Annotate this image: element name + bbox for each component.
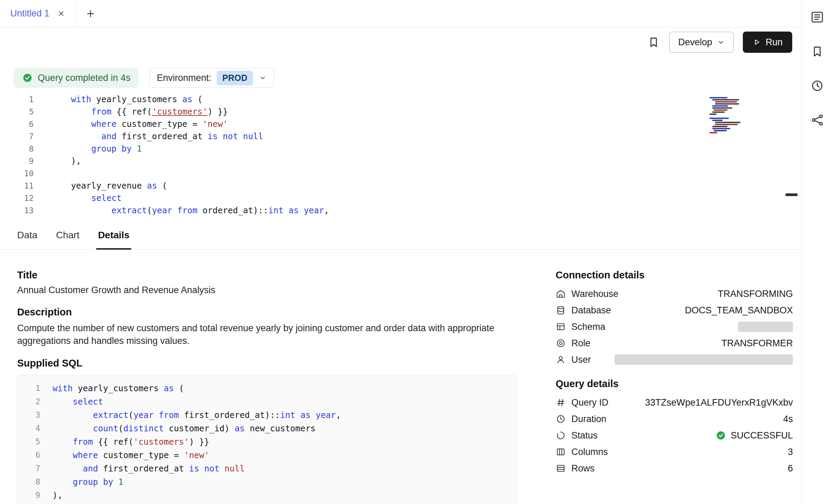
code-line[interactable]: 9), [0,155,802,167]
code-line[interactable]: 5 from {{ ref('customers') }} [0,106,802,118]
run-button[interactable]: Run [743,32,792,53]
code-line: 7 and first_ordered_at is not null [17,462,517,475]
detail-row: Rows6 [556,460,793,477]
right-icon-rail [802,0,832,504]
spinner-icon [556,430,566,441]
history-button[interactable] [810,79,824,93]
code-line: 10 [17,502,517,504]
detail-row: DatabaseDOCS_TEAM_SANDBOX [556,302,793,319]
line-number: 9 [0,155,34,167]
code-text: extract(year from first_ordered_at)::int… [40,408,341,422]
clock-icon [810,79,824,93]
supplied-sql-heading: Supplied SQL [17,358,528,369]
code-text: where customer_type = 'new' [34,118,228,130]
line-number: 7 [17,462,40,475]
ref-link[interactable]: 'customers' [152,107,207,117]
bookmarks-button[interactable] [810,45,824,58]
code-line[interactable]: 10 [0,167,802,180]
rows-icon [556,463,566,473]
toolbar: Develop Run [0,27,802,57]
query-list-button[interactable] [810,10,824,24]
chevron-down-icon [259,74,267,82]
close-icon [57,9,66,18]
code-text: yearly_revenue as ( [34,180,167,192]
code-line[interactable]: 7 and first_ordered_at is not null [0,130,802,143]
line-number: 5 [0,106,34,118]
code-line[interactable]: 13 extract(year from ordered_at)::int as… [0,204,802,217]
environment-label: Environment: [157,73,211,83]
tab-details[interactable]: Details [98,221,130,249]
tab-chart[interactable]: Chart [56,221,79,249]
lineage-button[interactable] [810,113,824,127]
line-number: 2 [17,395,40,408]
code-line[interactable]: 6 where customer_type = 'new' [0,118,802,130]
file-tab-title: Untitled 1 [10,8,49,19]
line-number: 8 [0,143,34,155]
plus-icon [85,9,96,19]
line-number: 6 [0,118,34,130]
columns-icon [556,447,566,457]
results-tab-bar: Data Chart Details [0,221,802,250]
line-number: 5 [17,435,40,448]
redacted-value [738,322,793,332]
code-text: ), [34,155,81,167]
detail-row: RoleTRANSFORMER [556,335,793,351]
new-tab-button[interactable] [76,0,105,27]
code-line: 6 where customer_type = 'new' [17,448,517,462]
editor-scrollbar-thumb[interactable] [785,193,798,196]
file-tab-untitled-1[interactable]: Untitled 1 [0,0,76,27]
database-icon [556,305,566,315]
detail-value: TRANSFORMER [722,338,793,349]
code-text: and first_ordered_at is not null [40,462,245,475]
editor-lines: 1with yearly_customers as (5 from {{ ref… [0,93,802,217]
code-line[interactable]: 11yearly_revenue as ( [0,180,802,192]
code-text [34,167,71,180]
success-check-icon [22,72,33,83]
tab-data[interactable]: Data [17,221,37,249]
develop-label: Develop [678,37,712,48]
detail-label: Database [571,305,611,316]
title-heading: Title [17,269,528,281]
line-number: 3 [17,408,40,422]
bookmark-button[interactable] [647,36,660,49]
detail-row: StatusSUCCESSFUL [556,427,793,444]
code-line: 5 from {{ ref('customers') }} [17,435,517,448]
code-text: where customer_type = 'new' [40,448,209,462]
code-line: 4 count(distinct customer_id) as new_cus… [17,422,517,435]
code-line[interactable]: 8 group by 1 [0,143,802,155]
line-number: 4 [17,422,40,435]
code-line: 8 group by 1 [17,475,517,489]
redacted-value [615,355,793,365]
code-line[interactable]: 1with yearly_customers as ( [0,93,802,106]
minimap[interactable] [710,97,753,133]
sql-editor[interactable]: 1with yearly_customers as (5 from {{ ref… [0,93,802,221]
develop-dropdown-button[interactable]: Develop [669,32,734,53]
line-number: 12 [0,192,34,204]
detail-label: Schema [571,322,605,332]
line-number: 8 [17,475,40,489]
detail-value: 33TZseWpe1ALFDUYerxR1gVKxbv [645,397,793,408]
close-tab-button[interactable] [57,9,66,18]
environment-selector[interactable]: Environment: PROD [150,68,274,88]
code-text: from {{ ref('customers') }} [40,435,209,448]
code-line[interactable]: 12 select [0,192,802,204]
hash-icon [556,397,566,408]
detail-row: WarehouseTRANSFORMING [556,286,793,302]
run-label: Run [765,37,783,48]
code-text: count(distinct customer_id) as new_custo… [40,422,316,435]
schema-icon [556,322,566,332]
success-check-icon [715,430,726,441]
description-text: Compute the number of new customers and … [17,322,511,347]
detail-value [615,355,793,365]
query-details-rows: Query ID33TZseWpe1ALFDUYerxR1gVKxbvDurat… [556,394,793,477]
code-text: with yearly_customers as ( [40,382,184,395]
line-number: 10 [17,502,40,504]
chevron-down-icon [717,38,725,46]
lineage-icon [810,113,824,127]
query-list-icon [810,10,824,24]
details-left-column: Title Annual Customer Growth and Revenue… [17,269,528,504]
supplied-sql-block: 1with yearly_customers as (2 select3 ext… [17,375,517,504]
code-text [40,502,52,504]
detail-label: Status [571,430,598,441]
line-number: 1 [0,93,34,106]
